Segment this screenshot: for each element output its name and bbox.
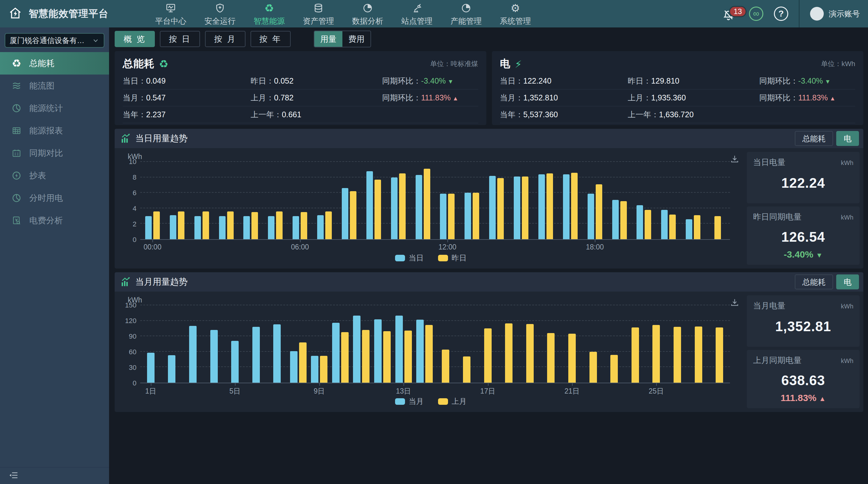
summary-trend-cell: 同期环比：111.83%▲ xyxy=(759,93,855,103)
summary-cell: 当年：2.237 xyxy=(123,110,251,120)
view-tab-4[interactable]: 按 年 xyxy=(250,31,291,47)
sidebar-item-label: 总能耗 xyxy=(29,58,55,69)
x-tick-label: 17日 xyxy=(480,387,495,396)
bar-昨日 xyxy=(350,191,356,239)
bar-当月 xyxy=(290,351,298,383)
view-tab-3[interactable]: 按 月 xyxy=(205,31,245,47)
bar-当月 xyxy=(273,324,281,383)
bar-当日 xyxy=(317,215,324,239)
company-select[interactable]: 厦门锐谷通信设备有限公司 xyxy=(5,33,104,48)
sidebar-item-4[interactable]: 能源报表 xyxy=(0,119,109,142)
nav-item-1[interactable]: 平台中心 xyxy=(155,0,187,28)
sidebar-item-8[interactable]: 电费分析 xyxy=(0,209,109,232)
help-icon[interactable]: ? xyxy=(774,6,788,21)
summary-cell-value: 129.810 xyxy=(651,77,679,85)
download-icon[interactable] xyxy=(730,298,739,308)
bar-昨日 xyxy=(203,211,209,239)
legend-label: 当日 xyxy=(409,253,424,263)
chart-stats-column: 当日电量kWh122.24昨日同期电量kWh126.54-3.40% ▼ xyxy=(747,152,860,265)
bar-group-17:00 xyxy=(558,162,583,239)
notifications-button[interactable]: 13 xyxy=(722,5,738,22)
sidebar-item-6[interactable]: 抄表 xyxy=(0,164,109,187)
bar-昨日 xyxy=(301,212,307,239)
x-tick-mark xyxy=(152,240,153,242)
summary-cell-label: 昨日： xyxy=(251,76,274,86)
bar-当日 xyxy=(391,177,398,239)
summary-card-title: 总能耗 xyxy=(123,57,155,71)
summary-cell-label: 上月： xyxy=(628,93,651,103)
bar-group-22:00 xyxy=(681,162,705,239)
bar-group-16日 xyxy=(456,305,477,383)
x-tick-mark xyxy=(319,383,320,386)
legend-item-当月[interactable]: 当月 xyxy=(395,396,424,406)
sidebar-item-7[interactable]: 分时用电 xyxy=(0,187,109,209)
summary-cell-label: 上一年： xyxy=(628,110,659,120)
pie-chart-icon xyxy=(362,2,373,13)
bar-当月 xyxy=(416,320,424,383)
plot-row: 0246810 xyxy=(118,162,743,240)
nav-item-8[interactable]: ⚙系统管理 xyxy=(499,0,531,28)
energy-type-button-2[interactable]: 电 xyxy=(836,275,859,289)
bar-上月 xyxy=(383,331,391,383)
trend-label: 同期环比： xyxy=(382,76,421,86)
nav-item-4[interactable]: 资产管理 xyxy=(302,0,335,28)
summary-cell-value: 0.782 xyxy=(274,93,294,102)
user-menu[interactable]: 演示账号 xyxy=(810,7,860,21)
summary-cell: 当月：0.547 xyxy=(123,93,251,103)
arrow-up-icon: ▲ xyxy=(819,395,826,403)
legend-item-昨日[interactable]: 昨日 xyxy=(438,253,467,263)
summary-row: 当日：122.240昨日：129.810同期环比：-3.40%▼ xyxy=(500,73,856,89)
energy-type-button-1[interactable]: 总能耗 xyxy=(795,275,833,289)
stat-label: 当月电量 xyxy=(753,300,785,311)
plot-row: 0306090120150 xyxy=(118,305,743,383)
bar-当日 xyxy=(415,175,422,239)
y-tick-label: 30 xyxy=(129,364,136,372)
download-icon[interactable] xyxy=(730,154,739,165)
bar-当日 xyxy=(637,205,643,239)
daily-energy-type-buttons: 总能耗电 xyxy=(795,131,859,146)
summary-cell: 当年：5,537.360 xyxy=(500,110,628,120)
bar-group-20日 xyxy=(540,305,562,383)
bar-当月 xyxy=(252,327,260,383)
nav-item-label: 系统管理 xyxy=(500,16,531,26)
pie-clock-icon xyxy=(11,103,22,113)
bar-上月 xyxy=(589,352,597,383)
sidebar-item-5[interactable]: 同期对比 xyxy=(0,142,109,164)
bar-上月 xyxy=(341,332,349,383)
sidebar-item-label: 能流图 xyxy=(29,80,55,91)
x-tick-label: 25日 xyxy=(649,387,664,396)
nav-item-2[interactable]: 安全运行 xyxy=(204,0,236,28)
energy-type-button-1[interactable]: 总能耗 xyxy=(795,131,833,146)
energy-type-button-2[interactable]: 电 xyxy=(836,131,859,146)
y-tick-label: 2 xyxy=(133,220,136,228)
toggle-segment-1[interactable]: 用量 xyxy=(314,31,342,47)
daily-trend-panel: 当日用量趋势 总能耗电 kWh024681000:0006:0012:0018:… xyxy=(115,129,863,268)
sidebar-item-2[interactable]: 能流图 xyxy=(0,75,109,97)
y-axis: 0306090120150 xyxy=(118,305,140,383)
sidebar-item-1[interactable]: ♻总能耗 xyxy=(0,52,109,75)
collapse-sidebar-icon[interactable] xyxy=(9,470,19,482)
stat-label: 昨日同期电量 xyxy=(753,211,802,222)
legend-item-上月[interactable]: 上月 xyxy=(438,396,467,406)
nav-item-7[interactable]: 产能管理 xyxy=(450,0,482,28)
view-tab-1[interactable]: 概 览 xyxy=(115,31,155,47)
bar-group-25日 xyxy=(646,305,667,383)
bar-group-00:00 xyxy=(140,162,165,239)
topbar-actions: 13 ∞ ? 演示账号 xyxy=(722,0,860,27)
legend-item-当日[interactable]: 当日 xyxy=(395,253,424,263)
brand: 智慧能效管理平台 xyxy=(8,6,155,22)
sidebar-item-3[interactable]: 能源统计 xyxy=(0,97,109,119)
nav-item-3[interactable]: ♻智慧能源 xyxy=(253,0,285,28)
nav-item-5[interactable]: 数据分析 xyxy=(351,0,384,28)
app-title: 智慧能效管理平台 xyxy=(29,7,108,20)
nav-item-label: 站点管理 xyxy=(401,16,432,26)
nav-item-6[interactable]: 站点管理 xyxy=(401,0,433,28)
toggle-segment-2[interactable]: 费用 xyxy=(342,31,370,47)
bar-当日 xyxy=(612,200,619,239)
theme-switch-icon[interactable]: ∞ xyxy=(749,6,763,21)
bar-group-14:00 xyxy=(484,162,509,239)
x-tick-label: 13日 xyxy=(396,387,411,396)
bar-group-07:00 xyxy=(312,162,337,239)
view-tab-2[interactable]: 按 日 xyxy=(160,31,200,47)
trend-value: 111.83% xyxy=(421,93,451,102)
